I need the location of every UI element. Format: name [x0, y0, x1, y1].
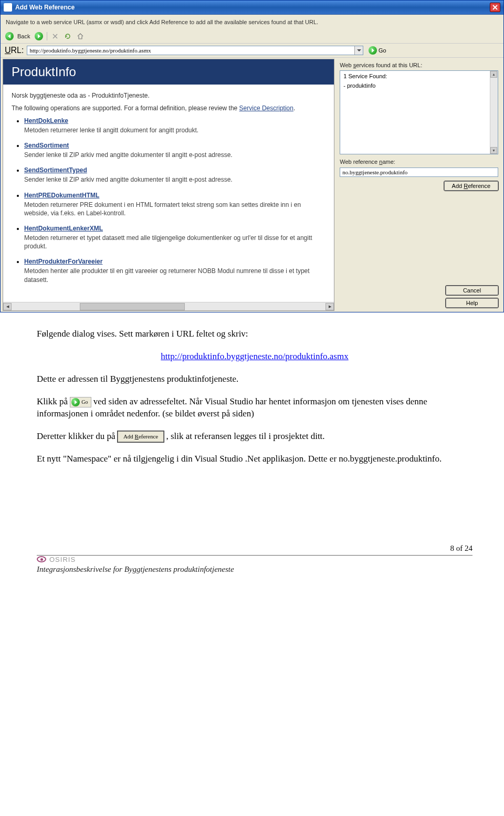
horizontal-scrollbar[interactable]: ◀ ▶	[3, 302, 334, 310]
document-body: Følgende dialog vises. Sett markøren i U…	[0, 328, 504, 465]
page-number: 8 of 24	[37, 544, 472, 556]
chevron-down-icon	[357, 49, 361, 51]
list-item: SendSortimentTypedSender lenke til ZIP a…	[24, 166, 326, 184]
lbl-part: Web	[340, 62, 353, 68]
go-icon	[71, 398, 80, 406]
op-link-hentdoklenke[interactable]: HentDokLenke	[24, 117, 326, 124]
op-link-hentpredokumenthtml[interactable]: HentPREDokumentHTML	[24, 192, 326, 199]
op-desc: Sender lenke til ZIP arkiv med angitte d…	[24, 151, 326, 159]
service-sub-suffix: .	[293, 104, 295, 112]
op-desc: Sender lenke til ZIP arkiv med angitte d…	[24, 175, 326, 184]
para-5a: Et nytt "Namespace" er nå tilgjengelig i…	[37, 454, 339, 464]
inline-add-reference-button: Add Reference	[118, 431, 164, 442]
btn-part: eference	[468, 183, 490, 189]
lbl-part: Web reference	[340, 159, 379, 165]
services-found-label: Web services found at this URL:	[340, 62, 498, 68]
btn-part: R	[464, 183, 468, 189]
services-found-box: 1 Service Found: - produktinfo ▲▼	[340, 70, 498, 154]
para-5: Et nytt "Namespace" er nå tilgjengelig i…	[37, 453, 472, 465]
back-button[interactable]	[5, 32, 14, 41]
para-1: Følgende dialog vises. Sett markøren i U…	[37, 328, 472, 340]
inline-go-button: Go	[70, 397, 91, 407]
toolbar-separator	[47, 32, 47, 40]
forward-button[interactable]	[34, 32, 44, 41]
para-3a: Klikk på	[37, 396, 70, 406]
service-subtext: The following operations are supported. …	[3, 101, 334, 115]
window-title: Add Web Reference	[15, 4, 75, 11]
service-preview-pane: ProduktInfo Norsk byggtjeneste oda as - …	[3, 59, 334, 311]
btn-part: Add	[452, 183, 464, 189]
list-item: SendSortimentSender lenke til ZIP arkiv …	[24, 142, 326, 159]
close-button[interactable]	[490, 3, 500, 12]
para-4a: Deretter klikker du på	[37, 431, 118, 441]
scroll-left-button[interactable]: ◀	[3, 303, 12, 310]
app-icon	[4, 3, 12, 12]
url-dropdown-button[interactable]	[354, 46, 363, 55]
op-link-sendsortimenttyped[interactable]: SendSortimentTyped	[24, 166, 326, 174]
footer-title: Integrasjonsbeskrivelse for Byggtjeneste…	[37, 565, 472, 574]
url-row: URL: Go	[1, 44, 503, 58]
url-input[interactable]	[27, 46, 354, 55]
nav-toolbar: Back	[1, 29, 503, 44]
osiris-eye-icon	[37, 556, 46, 562]
service-sub-prefix: The following operations are supported. …	[12, 104, 239, 112]
go-label: Go	[379, 47, 386, 54]
service-title: ProduktInfo	[3, 59, 334, 85]
refresh-icon	[65, 33, 71, 39]
op-desc: Metoden returnerer lenke til angitt doku…	[24, 126, 326, 134]
op-link-hentprodukterforvareeier[interactable]: HentProdukterForVareeier	[24, 258, 326, 265]
op-desc: Metoden returnerer et typet datasett med…	[24, 234, 326, 250]
cancel-button[interactable]: Cancel	[446, 286, 498, 295]
stop-icon	[52, 33, 58, 39]
reference-name-input[interactable]	[340, 168, 498, 177]
titlebar: Add Web Reference	[1, 1, 503, 15]
home-icon	[77, 33, 83, 39]
list-item: HentProdukterForVareeierMetoden henter a…	[24, 258, 326, 284]
back-label: Back	[17, 33, 30, 39]
service-description-link[interactable]: Service Description	[239, 104, 293, 112]
refresh-button[interactable]	[63, 32, 72, 41]
stop-button[interactable]	[50, 32, 60, 41]
btn-part: Add	[123, 433, 135, 440]
url-input-wrap	[27, 46, 363, 55]
close-icon	[492, 5, 498, 10]
para-4b: , slik at referansen legges til i prosje…	[166, 431, 324, 441]
add-reference-button[interactable]: Add Reference	[444, 181, 498, 191]
page-footer: 8 of 24 OSIRIS Integrasjonsbeskrivelse f…	[0, 539, 504, 579]
reference-name-label: Web reference name:	[340, 159, 498, 165]
inline-go-label: Go	[81, 399, 88, 406]
home-button[interactable]	[76, 32, 85, 41]
go-button[interactable]: Go	[366, 46, 388, 55]
btn-part: eference	[139, 433, 158, 440]
para-3: Klikk på Go ved siden av adressefeltet. …	[37, 396, 472, 420]
op-link-hentdokumentlenkerxml[interactable]: HentDokumentLenkerXML	[24, 225, 326, 232]
para-4: Deretter klikker du på Add Reference , s…	[37, 431, 472, 443]
para-2: Dette er adressen til Byggtjenestens pro…	[37, 373, 472, 385]
scroll-thumb[interactable]	[80, 303, 185, 310]
add-web-reference-dialog: Add Web Reference Navigate to a web serv…	[0, 0, 504, 312]
right-pane: Web services found at this URL: 1 Servic…	[334, 58, 503, 312]
go-icon	[369, 46, 377, 55]
op-desc: Metoden henter alle produkter til en git…	[24, 267, 326, 284]
help-button[interactable]: Help	[446, 298, 498, 308]
footer-logo: OSIRIS	[37, 556, 472, 563]
list-item: HentDokLenkeMetoden returnerer lenke til…	[24, 117, 326, 134]
forward-icon	[35, 32, 43, 40]
para-3b: ved siden av adressefeltet. Når Visual S…	[37, 396, 427, 419]
back-icon	[5, 32, 14, 40]
lbl-part: ervices found at this URL:	[356, 62, 422, 68]
btn-part: R	[135, 433, 139, 440]
scroll-right-button[interactable]: ▶	[326, 303, 334, 310]
body-row: ProduktInfo Norsk byggtjeneste oda as - …	[1, 58, 503, 312]
vertical-scrollbar[interactable]: ▲▼	[490, 71, 498, 154]
op-link-sendsortiment[interactable]: SendSortiment	[24, 142, 326, 149]
footer-brand: OSIRIS	[49, 556, 76, 563]
service-provider: Norsk byggtjeneste oda as - ProduktinfoT…	[3, 85, 334, 101]
op-desc: Metoden returnerer PRE dokument i en HTM…	[24, 201, 326, 217]
services-found-count: 1 Service Found:	[343, 73, 495, 79]
found-service-name: - produktinfo	[343, 82, 495, 89]
url-link[interactable]: http://produktinfo.byggtjeneste.no/produ…	[161, 351, 348, 361]
list-item: HentPREDokumentHTMLMetoden returnerer PR…	[24, 192, 326, 217]
url-label: URL:	[5, 46, 24, 55]
instruction-text: Navigate to a web service URL (asmx or w…	[1, 15, 503, 29]
